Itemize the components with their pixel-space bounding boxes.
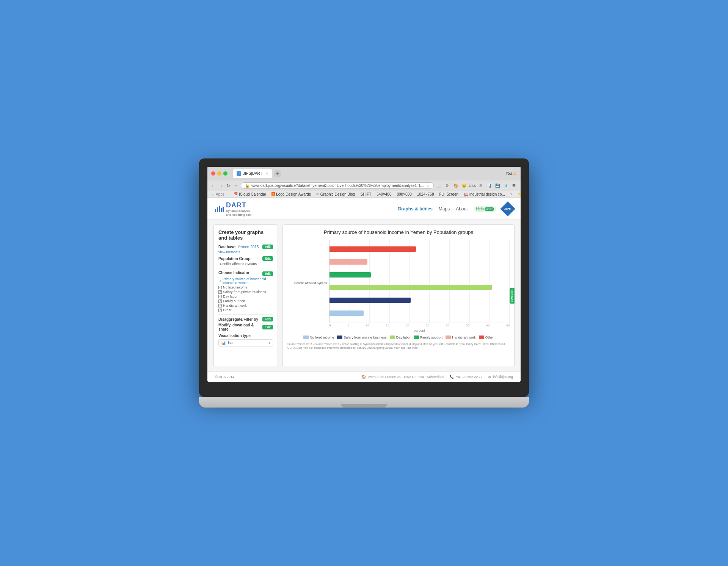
view-metadata-link[interactable]: view metadata — [218, 250, 273, 254]
population-edit-button[interactable]: Edit — [262, 256, 273, 261]
legend-swatch-salary — [337, 336, 342, 339]
nav-about[interactable]: About — [456, 206, 468, 212]
forward-button[interactable]: → — [218, 182, 224, 190]
maximize-button[interactable] — [223, 171, 228, 176]
nav-links: Graphs & tables Maps About Help new! JIP… — [398, 204, 513, 214]
bookmark-industrial[interactable]: 🏭 industrial design co... — [463, 192, 506, 197]
cb-label-other: Other — [223, 308, 232, 312]
cb-other[interactable]: ✓ Other — [218, 308, 273, 312]
cb-salary[interactable]: ✓ Salary from private business — [218, 290, 273, 294]
traffic-lights — [211, 171, 228, 176]
checkbox-salary[interactable]: ✓ — [218, 290, 222, 294]
close-button[interactable] — [211, 171, 215, 176]
menu-icon[interactable]: ☰ — [511, 182, 518, 189]
indicator-edit-button[interactable]: Edit — [262, 271, 273, 276]
modify-edit-button[interactable]: Edit — [262, 325, 273, 329]
modify-row: Modify, download & share Edit — [218, 323, 273, 331]
nav-help[interactable]: Help new! — [474, 206, 496, 212]
cb-no-fixed-income[interactable]: ✓ No fixed income — [218, 285, 273, 289]
checkbox-day-labor[interactable]: ✓ — [218, 295, 222, 298]
bookmark-fullscreen[interactable]: Full Screen — [438, 192, 460, 197]
checkbox-no-fixed[interactable]: ✓ — [218, 286, 222, 289]
bars-container — [329, 240, 510, 323]
bookmark-apps[interactable]: ⊞ Apps — [210, 192, 226, 197]
site-footer: © JIPS 2014 🏠 Avenue de France 23 · 1202… — [207, 372, 521, 382]
user-badge: You ⚠ — [505, 171, 517, 176]
bookmark-gd-blog[interactable]: ✏ Graphic Design Blog — [315, 192, 356, 197]
bookmark-star-icon[interactable]: ☆ — [426, 183, 430, 188]
bar-row-salary — [329, 297, 510, 304]
left-panel: Create your graphs and tables Database: … — [213, 224, 278, 367]
modify-label: Modify, download & share — [218, 323, 262, 331]
other-bookmarks[interactable]: 📁 Other Bookmarks — [517, 192, 521, 197]
database-edit-button[interactable]: Edit — [262, 245, 273, 249]
phone-icon: 📞 — [450, 375, 454, 379]
bookmark-more[interactable]: » — [509, 192, 514, 197]
cb-handicraft[interactable]: ✓ Handicraft work — [218, 304, 273, 307]
cb-day-labor[interactable]: ✓ Day labor — [218, 295, 273, 298]
divider1 — [218, 268, 273, 268]
viz-type-select[interactable]: 📊 bar › — [218, 339, 273, 346]
feedback-tab[interactable]: feedback — [510, 288, 515, 303]
checkbox-handicraft[interactable]: ✓ — [218, 304, 222, 307]
database-label: Database: Yemen 2015 — [218, 245, 259, 249]
640-label: 640×480 — [377, 192, 391, 196]
bar-chart-icon: 📊 — [221, 341, 226, 345]
screen-icon[interactable]: ⬜ — [436, 182, 442, 189]
800-label: 800×600 — [397, 192, 412, 196]
emoji-icon[interactable]: 😊 — [461, 182, 468, 189]
user-warning-icon: ⚠ — [513, 171, 517, 176]
cb-family-support[interactable]: ✓ Family support — [218, 299, 273, 303]
ext-icon1[interactable]: 📊 — [486, 182, 493, 189]
nav-graphs-tables[interactable]: Graphs & tables — [398, 206, 433, 212]
x-axis-title: percent — [329, 329, 510, 332]
legend-label-family: Family support — [420, 336, 442, 339]
settings-icon[interactable]: ⚙ — [444, 182, 451, 189]
bar-row-day-labor — [329, 284, 510, 291]
back-button[interactable]: ← — [210, 182, 216, 190]
indicator-header: Choose Indicator Edit — [218, 271, 273, 276]
bookmark-shift[interactable]: SHIFT — [359, 192, 372, 197]
address-bar[interactable]: 🔒 www.dart.jips.org/visualize?dataset=ye… — [241, 182, 434, 189]
bookmark-logo-awards[interactable]: 🅰 Logo Design Awards — [270, 192, 312, 197]
population-label: Population Group: — [218, 257, 252, 261]
bookmark-800[interactable]: 800×600 — [396, 192, 413, 197]
new-tab-button[interactable]: + — [274, 170, 281, 177]
checkbox-other[interactable]: ✓ — [218, 309, 222, 312]
new-badge: new! — [485, 207, 494, 211]
checkbox-family[interactable]: ✓ — [218, 299, 222, 303]
disaggregate-add-button[interactable]: Add — [262, 317, 273, 321]
indicator-name: Primary source of household income in Ye… — [223, 277, 273, 285]
legend-salary: Salary from private business — [337, 336, 387, 339]
dart-subtitle: Dynamic Analysis and Reporting Tool — [226, 209, 251, 216]
cb-label-day-labor: Day labor — [223, 295, 238, 298]
tab-title: JIPS|DART — [243, 171, 262, 176]
bar-row-other — [329, 246, 510, 252]
bookmark-640[interactable]: 640×480 — [375, 192, 392, 197]
tab-close-icon[interactable]: ✕ — [265, 172, 268, 176]
bookmark-icalendar[interactable]: 📅 iCloud Calendar — [232, 192, 267, 197]
minimize-button[interactable] — [217, 171, 221, 176]
industrial-label: industrial design co... — [469, 192, 505, 196]
skype-icon[interactable]: S — [502, 182, 509, 189]
screen-bezel: J JIPS|DART ✕ + You ⚠ ← → ↻ — [199, 158, 529, 397]
indicator-link[interactable]: ⊙ Primary source of household income in … — [218, 277, 273, 285]
ext-icon2[interactable]: 💾 — [494, 182, 501, 189]
refresh-button[interactable]: ↻ — [226, 182, 231, 190]
choose-indicator-label: Choose Indicator — [218, 271, 249, 275]
laptop: J JIPS|DART ✕ + You ⚠ ← → ↻ — [199, 158, 529, 408]
bookmark-1024[interactable]: 1024×768 — [416, 192, 435, 197]
jips-diamond-button[interactable]: JIPS — [500, 201, 515, 216]
browser-tab[interactable]: J JIPS|DART ✕ — [233, 169, 272, 178]
database-section: Database: Yemen 2015 Edit — [218, 245, 273, 249]
bar5 — [223, 207, 224, 212]
chart-title: Primary source of household income in Ye… — [287, 229, 510, 235]
legend-swatch-other — [479, 336, 484, 339]
paint-icon[interactable]: 🎨 — [452, 182, 459, 189]
nav-maps[interactable]: Maps — [439, 206, 450, 212]
css-label[interactable]: CSS — [469, 182, 476, 189]
bar-handicraft — [329, 259, 367, 265]
home-button[interactable]: ⌂ — [233, 182, 239, 190]
main-content: Create your graphs and tables Database: … — [207, 220, 521, 372]
grid-icon[interactable]: ⊞ — [477, 182, 484, 189]
